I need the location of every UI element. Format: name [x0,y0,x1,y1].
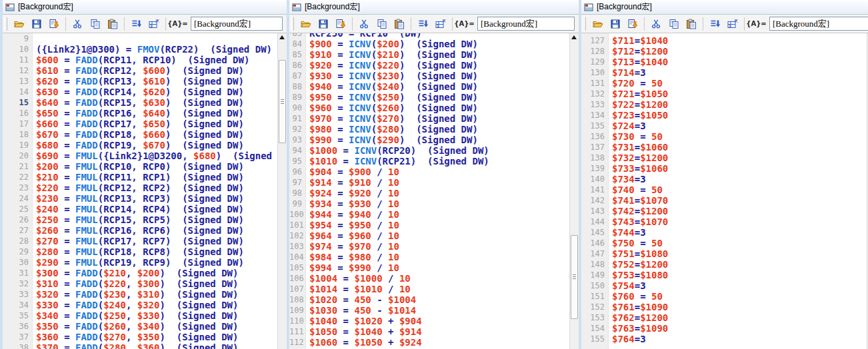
cut-button[interactable] [70,16,85,31]
code-line[interactable]: 106$1004 = $1000 / 10 [289,273,489,284]
code-line[interactable]: 87$930 = ICNV($230) (Signed DW) [289,71,489,81]
macro-select-combo[interactable]: [Background宏] [477,17,575,31]
copy-button[interactable] [374,16,389,31]
code-line[interactable]: 151$760 = 50 [581,291,668,302]
insert-line-button[interactable] [415,16,431,31]
code-line[interactable]: 83RCP250 = RCP10 (DW) [289,33,489,39]
code-line[interactable]: 14$630 = FADD(RCP14, $620) (Signed DW) [3,87,287,97]
paste-button[interactable] [105,16,120,31]
toolbar-grip[interactable] [291,17,294,31]
open-button[interactable] [590,16,605,31]
code-line[interactable]: 92$980 = ICNV($280) (Signed DW) [289,124,489,135]
code-editor[interactable]: 127$711=$1040128$712=$1200129$713=$10401… [581,33,868,349]
code-line[interactable]: 133$722=$1200 [581,99,668,110]
code-line[interactable]: 130$714=3 [581,67,668,78]
code-line[interactable]: 28$270 = FMUL(RCP17, RCP7) (Signed DW) [3,236,287,246]
code-line[interactable]: 95$1010 = ICNV(RCP21) (Signed DW) [289,156,489,167]
code-line[interactable]: 108$1020 = 450 - $1004 [289,294,489,305]
code-line[interactable]: 27$260 = FMUL(RCP16, RCP6) (Signed DW) [3,225,287,236]
code-line[interactable]: 11$600 = FADD(RCP11, RCP10) (Signed DW) [3,55,287,65]
code-line[interactable]: 86$920 = ICNV($220) (Signed DW) [289,60,489,71]
code-line[interactable]: 109$1030 = 450 - $1014 [289,305,489,316]
code-line[interactable]: 141$740 = 50 [581,184,668,195]
code-line[interactable]: 94$1000 = ICNV(RCP20) (Signed DW) [289,145,489,156]
code-line[interactable]: 104$984 = $980 / 10 [289,252,489,262]
copy-button[interactable] [666,16,681,31]
code-line[interactable]: 148$752=$1200 [581,259,668,270]
code-line[interactable]: 84$900 = ICNV($200) (Signed DW) [289,39,489,49]
apply-document-button[interactable] [625,16,640,31]
toolbar-grip[interactable] [4,17,7,31]
code-line[interactable]: 97$914 = $910 / 10 [289,177,489,188]
vertical-scrollbar[interactable] [569,33,579,349]
toolbar-grip[interactable] [583,17,586,31]
paste-button[interactable] [391,16,407,31]
title-bar[interactable]: [Background宏] [289,0,579,15]
code-line[interactable]: 150$754=3 [581,280,668,291]
code-line[interactable]: 142$741=$1070 [581,195,668,206]
code-line[interactable]: 13$620 = FADD(RCP13, $610) (Signed DW) [3,76,287,87]
code-line[interactable]: 112$1060 = $1050 + $924 [289,337,489,348]
code-line[interactable]: 98$924 = $920 / 10 [289,188,489,198]
code-line[interactable]: 30$290 = FMUL(RCP19, RCP9) (Signed DW) [3,257,287,268]
insert-line-button[interactable] [707,16,723,31]
copy-button[interactable] [87,16,103,31]
title-bar[interactable]: [Background宏] [3,0,287,15]
code-line[interactable]: 99$934 = $930 / 10 [289,198,489,209]
code-line[interactable]: 136$730 = 50 [581,131,668,142]
define-button[interactable]: {A}= [457,16,472,31]
code-line[interactable]: 107$1014 = $1010 / 10 [289,284,489,294]
define-button[interactable]: {A}= [170,16,185,31]
macro-select-combo[interactable]: [Background宏] [769,17,868,31]
code-line[interactable]: 91$970 = ICNV($270) (Signed DW) [289,113,489,124]
save-button[interactable] [607,16,623,31]
code-line[interactable]: 143$742=$1200 [581,206,668,216]
insert-part-button[interactable]: 1 [725,16,740,31]
code-line[interactable]: 12$610 = FADD(RCP12, $600) (Signed DW) [3,65,287,76]
code-line[interactable]: 152$761=$1090 [581,302,668,312]
code-line[interactable]: 33$320 = FADD($230, $310) (Signed DW) [3,289,287,300]
code-editor[interactable]: 83RCP250 = RCP10 (DW)84$900 = ICNV($200)… [289,33,579,349]
code-editor[interactable]: 910({Link2}1@D300) = FMOV(RCP22) (Signed… [3,33,287,349]
macro-select-combo[interactable]: [Background宏] [191,17,283,31]
insert-part-button[interactable]: 1 [433,16,448,31]
code-line[interactable]: 102$964 = $960 / 10 [289,230,489,241]
code-line[interactable]: 32$310 = FADD($220, $300) (Signed DW) [3,278,287,289]
insert-part-button[interactable]: 1 [146,16,161,31]
code-line[interactable]: 93$990 = ICNV($290) (Signed DW) [289,135,489,145]
code-line[interactable]: 140$734=3 [581,174,668,184]
code-line[interactable]: 38$370 = FADD($280, $360) (Signed DW) [3,342,287,349]
cut-button[interactable] [649,16,664,31]
scroll-up-arrow-icon[interactable] [279,35,285,39]
code-line[interactable]: 144$743=$1070 [581,216,668,227]
code-line[interactable]: 25$240 = FMUL(RCP14, RCP4) (Signed DW) [3,204,287,214]
code-line[interactable]: 111$1050 = $1040 + $914 [289,326,489,337]
code-line[interactable]: 23$220 = FMUL(RCP12, RCP2) (Signed DW) [3,182,287,193]
code-line[interactable]: 105$994 = $990 / 10 [289,262,489,273]
code-line[interactable]: 146$750 = 50 [581,238,668,248]
code-line[interactable]: 9 [3,33,287,44]
code-line[interactable]: 10({Link2}1@D300) = FMOV(RCP22) (Signed … [3,44,287,55]
code-line[interactable]: 19$680 = FADD(RCP19, $670) (Signed DW) [3,140,287,151]
apply-document-button[interactable] [46,16,61,31]
code-line[interactable]: 103$974 = $970 / 10 [289,241,489,252]
code-line[interactable]: 90$960 = ICNV($260) (Signed DW) [289,103,489,113]
code-line[interactable]: 29$280 = FMUL(RCP18, RCP8) (Signed DW) [3,246,287,257]
open-button[interactable] [11,16,27,31]
title-bar[interactable]: [Background宏] [581,0,868,15]
code-line[interactable]: 153$762=$1200 [581,312,668,323]
code-line[interactable]: 129$713=$1040 [581,57,668,67]
code-line[interactable]: 154$763=$1090 [581,323,668,334]
code-line[interactable]: 35$340 = FADD($250, $330) (Signed DW) [3,310,287,321]
scrollbar-thumb[interactable] [279,60,286,143]
paste-button[interactable] [683,16,699,31]
code-line[interactable]: 31$300 = FADD($210, $200) (Signed DW) [3,268,287,278]
code-line[interactable]: 134$723=$1050 [581,110,668,121]
define-button[interactable]: {A}= [749,16,764,31]
insert-line-button[interactable] [129,16,144,31]
code-line[interactable]: 21$200 = FMUL(RCP10, RCP0) (Signed DW) [3,161,287,172]
code-line[interactable]: 128$712=$1200 [581,46,668,57]
code-line[interactable]: 18$670 = FADD(RCP18, $660) (Signed DW) [3,129,287,140]
apply-document-button[interactable] [333,16,348,31]
code-line[interactable]: 137$731=$1060 [581,142,668,153]
